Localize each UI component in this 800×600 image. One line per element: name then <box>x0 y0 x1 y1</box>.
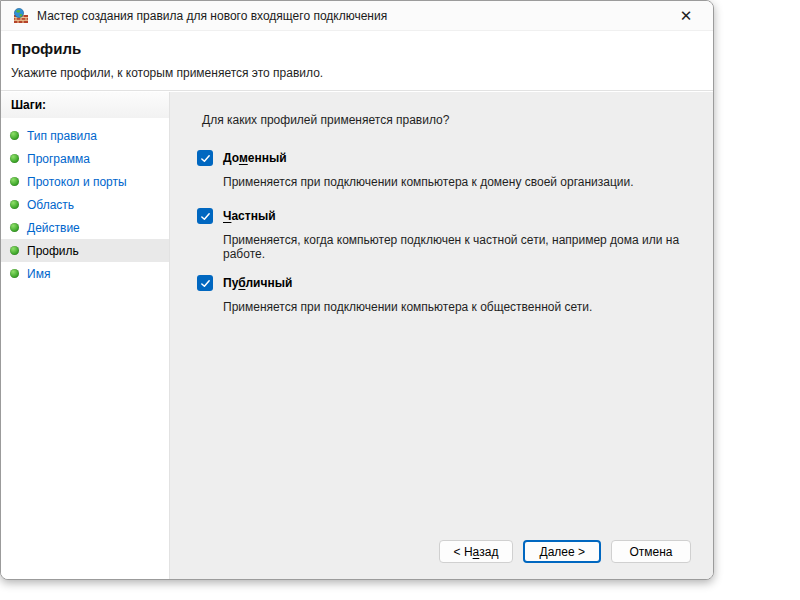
step-label: Область <box>27 198 74 212</box>
wizard-content: Для каких профилей применяется правило? … <box>170 92 713 579</box>
private-checkbox-label: Частный <box>223 209 276 223</box>
domain-checkbox-row[interactable]: Доменный <box>197 150 697 166</box>
steps-list: Тип правила Программа Протокол и порты О… <box>1 124 169 285</box>
step-label: Протокол и порты <box>27 175 127 189</box>
page-subtitle: Укажите профили, к которым применяется э… <box>11 66 701 80</box>
domain-description: Применяется при подключении компьютера к… <box>223 175 695 189</box>
next-button[interactable]: Далее > <box>523 540 601 563</box>
back-button[interactable]: < Назад <box>439 540 514 563</box>
profile-option-domain: Доменный Применяется при подключении ком… <box>197 150 697 189</box>
profile-option-public: Публичный Применяется при подключении ко… <box>197 275 697 314</box>
wizard-header: Профиль Укажите профили, к которым приме… <box>1 31 713 91</box>
step-bullet-icon <box>10 223 19 232</box>
page-title: Профиль <box>11 40 701 57</box>
sidebar-item-profile[interactable]: Профиль <box>1 239 169 262</box>
wizard-window: Мастер создания правила для нового входя… <box>0 0 714 580</box>
sidebar-item-name[interactable]: Имя <box>1 262 169 285</box>
wizard-button-row: < Назад Далее > Отмена <box>439 540 691 563</box>
step-label: Тип правила <box>27 129 97 143</box>
sidebar-item-rule-type[interactable]: Тип правила <box>1 124 169 147</box>
window-title: Мастер создания правила для нового входя… <box>37 9 387 23</box>
domain-checkbox-checked-icon[interactable] <box>197 150 213 166</box>
private-description: Применяется, когда компьютер подключен к… <box>223 233 695 261</box>
step-label: Профиль <box>27 244 79 258</box>
sidebar-item-action[interactable]: Действие <box>1 216 169 239</box>
step-bullet-icon <box>10 154 19 163</box>
step-label: Программа <box>27 152 90 166</box>
profile-option-private: Частный Применяется, когда компьютер под… <box>197 208 697 261</box>
profiles-question: Для каких профилей применяется правило? <box>202 113 449 127</box>
step-bullet-icon <box>10 131 19 140</box>
private-checkbox-row[interactable]: Частный <box>197 208 697 224</box>
sidebar-item-protocol-ports[interactable]: Протокол и порты <box>1 170 169 193</box>
step-bullet-icon <box>10 269 19 278</box>
cancel-button[interactable]: Отмена <box>611 540 691 563</box>
public-checkbox-label: Публичный <box>223 276 292 290</box>
public-description: Применяется при подключении компьютера к… <box>223 300 695 314</box>
public-checkbox-row[interactable]: Публичный <box>197 275 697 291</box>
title-bar: Мастер создания правила для нового входя… <box>1 1 713 31</box>
step-label: Имя <box>27 267 50 281</box>
close-icon[interactable]: ✕ <box>665 1 707 31</box>
step-bullet-icon <box>10 177 19 186</box>
domain-checkbox-label: Доменный <box>223 151 287 165</box>
step-bullet-icon <box>10 246 19 255</box>
sidebar-item-scope[interactable]: Область <box>1 193 169 216</box>
steps-sidebar: Шаги: Тип правила Программа Протокол и п… <box>1 92 170 579</box>
steps-heading: Шаги: <box>1 92 169 118</box>
step-label: Действие <box>27 221 80 235</box>
public-checkbox-checked-icon[interactable] <box>197 275 213 291</box>
firewall-app-icon <box>13 8 29 24</box>
step-bullet-icon <box>10 200 19 209</box>
sidebar-item-program[interactable]: Программа <box>1 147 169 170</box>
private-checkbox-checked-icon[interactable] <box>197 208 213 224</box>
